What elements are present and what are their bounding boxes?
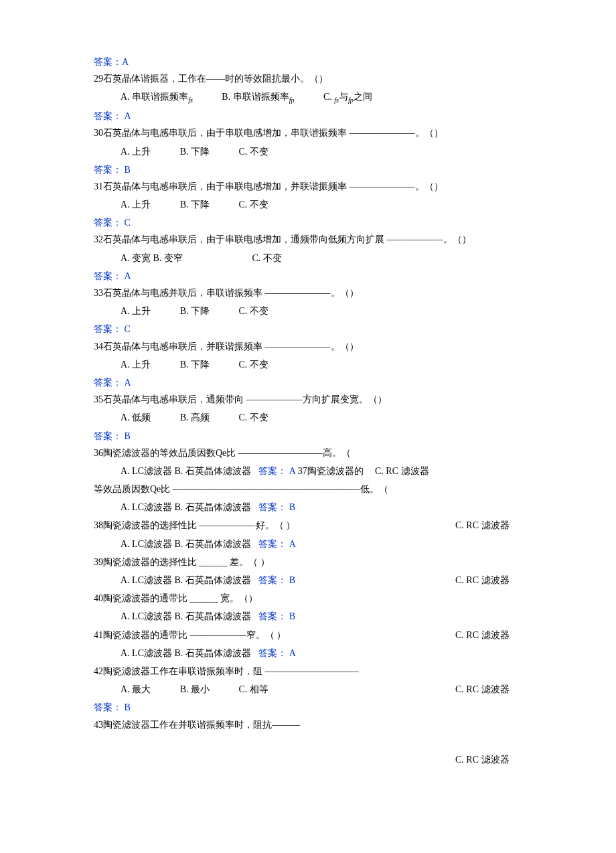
- opt-33a: A. 上升: [121, 303, 151, 319]
- answer-38: 答案： A: [258, 539, 296, 549]
- question-29: 29石英晶体谐振器，工作在——时的等效阻抗最小。（）: [94, 70, 522, 87]
- opt-35a: A. 低频: [121, 409, 151, 426]
- opt-29a-sub: fs: [188, 96, 193, 104]
- opt-34c: C. 不变: [238, 356, 268, 373]
- opt-29c-sub2: fp: [348, 96, 354, 104]
- opt-31c: C. 不变: [238, 196, 268, 213]
- options-42: A. 最大 B. 最小 C. 相等 C. RC 滤波器: [94, 681, 522, 698]
- opt-29c-post: 之间: [354, 92, 372, 102]
- opt-36ab: A. LC滤波器 B. 石英晶体滤波器: [121, 466, 251, 476]
- opt-29a: A. 串联谐振频率fs: [121, 88, 193, 106]
- question-40: 40陶瓷滤波器的通带比 ______ 宽。（）: [94, 590, 522, 607]
- options-33: A. 上升 B. 下降 C. 不变: [94, 303, 522, 319]
- question-34: 34石英晶体与电感串联后，并联谐振频率 ———————。（）: [94, 338, 522, 355]
- opt-29c: C. fs与fp之间: [323, 88, 372, 106]
- options-37: A. LC滤波器 B. 石英晶体滤波器 答案： B: [94, 499, 522, 516]
- opt-29b: B. 串联谐振频率fp: [222, 88, 294, 106]
- options-36: A. LC滤波器 B. 石英晶体滤波器 答案： A 37陶瓷滤波器的 C. RC…: [94, 463, 522, 479]
- opt-34b: B. 下降: [180, 356, 210, 373]
- options-35: A. 低频 B. 高频 C. 不变: [94, 409, 522, 426]
- opt-32c: C. 不变: [252, 250, 281, 266]
- opt-38c: C. RC 滤波器: [455, 517, 510, 534]
- opt-31a: A. 上升: [121, 196, 151, 213]
- opt-33b: B. 下降: [180, 303, 210, 319]
- options-30: A. 上升 B. 下降 C. 不变: [94, 143, 522, 160]
- opt-29c-sub1: fs: [334, 96, 339, 104]
- answer-40: 答案： B: [258, 611, 295, 621]
- opt-35c: C. 不变: [238, 409, 268, 426]
- options-41: A. LC滤波器 B. 石英晶体滤波器 答案： A: [94, 645, 522, 662]
- options-39: A. LC滤波器 B. 石英晶体滤波器 答案： B C. RC 滤波器: [94, 572, 522, 589]
- question-37-inline: 37陶瓷滤波器的: [298, 466, 364, 476]
- options-31: A. 上升 B. 下降 C. 不变: [94, 196, 522, 213]
- opt-40ab: A. LC滤波器 B. 石英晶体滤波器: [121, 611, 251, 621]
- opt-29c-mid: 与: [339, 92, 348, 102]
- question-33: 33石英晶体与电感并联后，串联谐振频率 ———————。（）: [94, 285, 522, 301]
- answer-41: 答案： A: [258, 648, 296, 658]
- answer-42: 答案： B: [94, 699, 522, 716]
- question-41-text: 41陶瓷滤波器的通带比 ——————窄。（ ）: [94, 630, 286, 640]
- opt-43rc: C. RC 滤波器: [455, 751, 510, 768]
- question-39: 39陶瓷滤波器的选择性比 ______ 差。（ ）: [94, 554, 522, 570]
- answer-36: 答案： A: [258, 466, 295, 476]
- answer-35: 答案： B: [94, 428, 522, 445]
- opt-37-overlap: C. RC 滤波器: [375, 463, 429, 479]
- answer-39: 答案： B: [258, 575, 295, 585]
- question-37-cont: 等效品质因数Qe比 ————————————————————低。（: [94, 481, 522, 497]
- answer-32: 答案： A: [94, 268, 522, 285]
- opt-37ab: A. LC滤波器 B. 石英晶体滤波器: [121, 502, 251, 512]
- opt-35b: B. 高频: [180, 409, 210, 426]
- answer-34: 答案： A: [94, 374, 522, 391]
- opt-39ab: A. LC滤波器 B. 石英晶体滤波器: [121, 575, 251, 585]
- answer-37: 答案： B: [258, 502, 295, 512]
- options-38: A. LC滤波器 B. 石英晶体滤波器 答案： A: [94, 536, 522, 552]
- opt-32ab: A. 变宽 B. 变窄: [121, 250, 183, 266]
- opt-30b: B. 下降: [180, 143, 210, 160]
- opt-41ab: A. LC滤波器 B. 石英晶体滤波器: [121, 648, 251, 658]
- question-30: 30石英晶体与电感串联后，由于串联电感增加，串联谐振频率 ———————。（）: [94, 125, 522, 141]
- question-38: 38陶瓷滤波器的选择性比 ——————好。（ ） C. RC 滤波器: [94, 517, 522, 534]
- question-38-text: 38陶瓷滤波器的选择性比 ——————好。（ ）: [94, 520, 295, 530]
- opt-41c: C. RC 滤波器: [455, 627, 510, 643]
- question-41: 41陶瓷滤波器的通带比 ——————窄。（ ） C. RC 滤波器: [94, 627, 522, 643]
- answer-30: 答案： B: [94, 161, 522, 178]
- opt-42a: A. 最大: [121, 681, 151, 698]
- question-35: 35石英晶体与电感串联后，通频带向 ——————方向扩展变宽。（）: [94, 391, 522, 408]
- question-32: 32石英晶体与电感串联后，由于串联电感增加，通频带向低频方向扩展 ——————。…: [94, 231, 522, 248]
- options-32: A. 变宽 B. 变窄 C. 不变: [94, 250, 522, 266]
- answer-31: 答案： C: [94, 214, 522, 231]
- opt-30c: C. 不变: [238, 143, 268, 160]
- answer-33: 答案： C: [94, 321, 522, 337]
- question-36: 36陶瓷滤波器的等效品质因数Qe比 —————————高。（: [94, 445, 522, 461]
- question-43: 43陶瓷滤波器工作在并联谐振频率时，阻抗———: [94, 716, 522, 733]
- opt-29b-sub: fp: [289, 96, 295, 104]
- options-34: A. 上升 B. 下降 C. 不变: [94, 356, 522, 373]
- question-42: 42陶瓷滤波器工作在串联谐振频率时，阻 ——————————: [94, 663, 522, 680]
- opt-30a: A. 上升: [121, 143, 151, 160]
- opt-33c: C. 不变: [238, 303, 268, 319]
- options-29: A. 串联谐振频率fs B. 串联谐振频率fp C. fs与fp之间: [94, 88, 522, 106]
- row-43-extra: [94, 734, 522, 751]
- opt-31b: B. 下降: [180, 196, 210, 213]
- opt-42rc: C. RC 滤波器: [455, 681, 510, 698]
- opt-29c-pre: C.: [323, 92, 334, 102]
- opt-42c: C. 相等: [238, 681, 268, 698]
- opt-29b-text: B. 串联谐振频率: [222, 92, 289, 102]
- options-40: A. LC滤波器 B. 石英晶体滤波器 答案： B: [94, 608, 522, 625]
- opt-42b: B. 最小: [180, 681, 210, 698]
- question-31: 31石英晶体与电感串联后，由于串联电感增加，并联谐振频率 ———————。（）: [94, 178, 522, 195]
- answer-28: 答案：A: [94, 54, 522, 70]
- opt-34a: A. 上升: [121, 356, 151, 373]
- answer-29: 答案： A: [94, 108, 522, 125]
- opt-39c: C. RC 滤波器: [455, 572, 510, 589]
- opt-29a-text: A. 串联谐振频率: [121, 92, 188, 102]
- opt-38ab: A. LC滤波器 B. 石英晶体滤波器: [121, 539, 251, 549]
